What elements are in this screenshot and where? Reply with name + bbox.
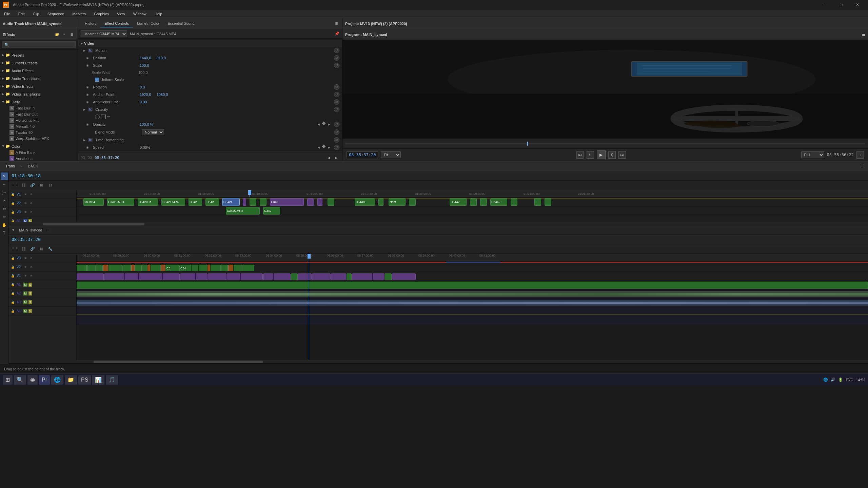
menu-window[interactable]: Window [132, 11, 148, 17]
effects-search-input[interactable] [2, 41, 76, 48]
menu-edit[interactable]: Edit [17, 11, 26, 17]
speed-prev-kf-icon[interactable]: ◀ [316, 145, 321, 150]
seq1-snap-icon[interactable]: ⟦⟧ [20, 182, 27, 189]
taskbar-explorer-button[interactable]: 📁 [65, 375, 77, 385]
seq2-menu-icon[interactable]: ☰ [46, 228, 49, 232]
opacity-kf-diamond-icon[interactable] [322, 121, 326, 125]
opacity-next-kf-icon[interactable]: ▶ [327, 122, 331, 127]
seq2-v2-clip2[interactable] [104, 273, 124, 280]
position-y-value[interactable]: 810,0 [157, 56, 166, 60]
category-color-header[interactable]: ▶ 📁 Color [0, 143, 78, 149]
category-video-transitions-header[interactable]: ▶ 📁 Video Transitions [0, 91, 78, 97]
seq1-clip-c3421[interactable]: C3421.MP4 [161, 198, 185, 206]
anti-flicker-reset-btn[interactable]: ↺ [334, 99, 339, 105]
anchor-y-value[interactable]: 1080,0 [157, 93, 168, 97]
position-keyframe-toggle[interactable]: ◉ [86, 56, 89, 60]
anchor-keyframe-toggle[interactable]: ◉ [86, 93, 89, 96]
anchor-reset-btn[interactable]: ↺ [334, 92, 339, 97]
seq2-v2-clip4[interactable] [139, 273, 162, 280]
new-folder-icon[interactable]: 📁 [54, 32, 60, 38]
seq1-v2-clip-c342[interactable]: C342 [263, 207, 280, 215]
speed-keyframe-toggle[interactable]: ◉ [86, 146, 89, 149]
seq2-v3-lock-icon[interactable]: 🔒 [10, 256, 15, 261]
seq2-v3-clip1[interactable] [77, 265, 87, 271]
taskbar-battery-icon[interactable]: 🔋 [838, 378, 843, 382]
seq2-expand-icon[interactable]: ▼ [12, 228, 15, 232]
seq2-v2-visibility-icon[interactable]: 👁 [23, 265, 28, 269]
effect-horizontal-flip[interactable]: fx Horizontal Flip [0, 117, 78, 123]
monitor-step-back-icon[interactable]: ⏮ [576, 151, 584, 159]
seq1-clip-c3420[interactable]: C3420.M [138, 198, 158, 206]
speed-next-kf-icon[interactable]: ▶ [327, 145, 331, 150]
ec-out-point-icon[interactable]: ⌧ [87, 156, 92, 160]
blend-mode-dropdown[interactable]: Normal [142, 129, 164, 135]
seq1-clip-c342a[interactable]: C342 [189, 198, 202, 206]
blend-mode-reset-btn[interactable]: ↺ [334, 129, 339, 135]
seq2-v3-clip6[interactable] [122, 265, 131, 271]
seq1-clip-c3419[interactable]: C3419.MP4 [107, 198, 134, 206]
scale-width-value[interactable]: 100,0 [138, 70, 148, 75]
slip-tool[interactable]: ⇔ [1, 205, 8, 212]
category-daily-header[interactable]: ▶ 📁 Daily [0, 99, 78, 105]
seq2-a1-solo-icon[interactable]: S [28, 283, 32, 287]
seq1-scrollbar[interactable] [9, 222, 868, 225]
taskbar-sound-icon[interactable]: 🔊 [831, 378, 835, 382]
seq2-v2-clip18[interactable] [392, 273, 416, 280]
seq1-clip-green1[interactable] [328, 198, 334, 206]
rotation-keyframe-toggle[interactable]: ◉ [86, 85, 89, 89]
seq1-clip-g2[interactable] [378, 198, 383, 206]
monitor-fast-forward-icon[interactable]: ⟩⟩ [608, 151, 616, 159]
seq1-clip-g8[interactable] [545, 198, 551, 206]
seq2-v3-clip5[interactable] [108, 265, 122, 271]
section-video-header[interactable]: ▶ Video [78, 40, 342, 47]
seq2-v3-clip15[interactable] [192, 265, 198, 271]
seq2-v2-track[interactable] [77, 272, 868, 281]
category-audio-transitions-header[interactable]: ▶ 📁 Audio Transitions [0, 75, 78, 82]
seq1-v3-lock-icon[interactable]: 🔒 [10, 210, 15, 215]
seq2-v3-clip21[interactable] [234, 265, 242, 271]
minimize-button[interactable]: — [817, 0, 833, 9]
seq1-clip-transition1[interactable] [243, 198, 246, 206]
seq2-v3-clip17[interactable] [208, 265, 210, 271]
seq2-a3-track[interactable] [77, 307, 868, 316]
effect-mercalli[interactable]: fx Mercalli 4.0 [0, 123, 78, 129]
seq1-scrollbar-thumb[interactable] [43, 223, 144, 225]
category-audio-effects-header[interactable]: ▶ 📁 Audio Effects [0, 67, 78, 74]
seq2-wrench-icon[interactable]: 🔧 [47, 246, 54, 252]
seq1-clip-marker1[interactable] [250, 198, 256, 206]
seq2-v2-clip8[interactable] [208, 273, 226, 280]
seq1-clip-purple2[interactable] [317, 198, 322, 206]
taskbar-premiere-button[interactable]: Pr [39, 375, 50, 385]
opacity-prev-kf-icon[interactable]: ◀ [316, 122, 321, 127]
seq2-v3-clip4[interactable] [103, 265, 108, 271]
seq1-timeline-tracks[interactable]: 01:17:00:00 01:17:30:00 01:18:00:00 01:1… [77, 190, 868, 222]
seq1-clip-marker2[interactable] [260, 198, 267, 206]
seq2-v3-clip12[interactable] [161, 265, 165, 271]
seq2-v3-track[interactable]: C3 C34 [77, 263, 868, 272]
motion-reset-btn[interactable]: ↺ [334, 48, 339, 53]
seq1-clip-c3438[interactable]: C3438 [355, 198, 375, 206]
opacity-section-reset-btn[interactable]: ↺ [334, 107, 339, 112]
seq2-a1-lock-icon[interactable]: 🔒 [10, 282, 15, 287]
seq2-v3-clip14[interactable]: C34 [179, 265, 191, 271]
taskbar-language[interactable]: РУС [846, 378, 853, 382]
anti-flicker-keyframe-toggle[interactable]: ◉ [86, 100, 89, 104]
selection-tool[interactable]: ↖ [1, 172, 8, 180]
timeline-trans-tab[interactable]: Trans [3, 163, 18, 169]
monitor-add-marker-icon[interactable]: + [856, 151, 864, 159]
seq2-timeline-tracks[interactable]: 08:28:00:00 08:29:00:00 08:30:00:00 08:3… [77, 254, 868, 360]
tab-effect-controls[interactable]: Effect Controls [100, 20, 133, 27]
monitor-fit-dropdown[interactable]: Fit 25% 50% 75% 100% [381, 151, 401, 158]
effect-warp-stabilizer[interactable]: fx Warp Stabilizer VFX [0, 136, 78, 142]
seq2-v2-clip5[interactable] [163, 273, 180, 280]
seq2-v2-lock-icon[interactable]: 🔒 [10, 265, 15, 269]
taskbar-network-icon[interactable]: 🌐 [823, 378, 828, 382]
seq1-clip-c3449[interactable]: C3449 [490, 198, 507, 206]
seq1-overlay-icon[interactable]: ⊟ [47, 182, 54, 189]
hand-tool[interactable]: ✋ [1, 221, 8, 229]
monitor-timecode-left[interactable]: 08:35:37:20 [347, 151, 378, 158]
seq1-v1-mute-icon[interactable]: M [28, 192, 33, 197]
seq1-clip-c3447[interactable]: C3447 [450, 198, 467, 206]
speed-value[interactable]: 0,00% [140, 145, 150, 149]
seq2-v3-clip3[interactable] [96, 265, 103, 271]
